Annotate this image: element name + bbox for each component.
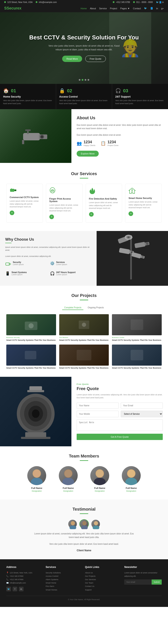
why-item-security: Security Lorem ipsum (5, 261, 47, 268)
service-cctv-title: Commercial CCTV System (10, 196, 39, 198)
cameras-cluster-svg (103, 231, 162, 286)
footer-service-link-5[interactable]: Fire Alarm (46, 584, 81, 588)
why-title: Why Choose Us (5, 237, 91, 242)
quote-email-input[interactable] (121, 402, 163, 408)
footer-newsletter-col: Newsletter Lorem ipsum dolor sit amet co… (124, 566, 162, 592)
quote-name-input[interactable] (77, 402, 119, 408)
footer-facebook-icon[interactable]: f (13, 587, 17, 591)
carousel-dot-3[interactable] (85, 79, 86, 81)
footer-quick-link-4[interactable]: Our Team (85, 581, 120, 584)
feature-title-1: Home Security (3, 95, 53, 98)
footer-quick-link-6[interactable]: Support (85, 588, 120, 592)
nav-pages[interactable]: Pages ▼ (120, 7, 130, 10)
access-control-icon: 🔒 (59, 88, 65, 94)
svg-rect-50 (25, 432, 46, 438)
testimonial-avatar-2[interactable] (79, 519, 89, 529)
footer-social-links: 🐦 f in (6, 587, 41, 591)
footer-newsletter-text: Lorem ipsum dolor sit amet consectetur a… (124, 571, 162, 578)
testimonial-avatar-3[interactable] (91, 519, 100, 529)
testimonial-avatar-1[interactable] (68, 519, 77, 529)
project-image-1 (6, 314, 56, 335)
carousel-dot-1[interactable] (79, 79, 81, 81)
service-fingerprint-btn[interactable]: + (49, 214, 54, 219)
carousel-dot-2[interactable] (82, 79, 83, 81)
footer-service-link-2[interactable]: Access Control (46, 574, 81, 578)
footer: Address 📍123 Street, New York, USA 📞+012… (0, 559, 168, 607)
service-cctv-btn[interactable]: + (10, 210, 14, 215)
footer-service-link-3[interactable]: Alarm Systems (46, 578, 81, 581)
svg-point-65 (70, 526, 76, 529)
footer-quick-link-3[interactable]: Our Services (85, 578, 120, 581)
svg-point-63 (127, 470, 135, 477)
team-title: Team Members (6, 454, 162, 458)
service-smart-home-btn[interactable]: + (129, 211, 133, 216)
newsletter-submit-button[interactable]: Submit (152, 580, 162, 584)
why-item-smart: 📱 Smart Systems Lorem ipsum (5, 271, 47, 276)
footer-services-col: Services Security Solutions Access Contr… (46, 566, 81, 592)
feature-home-security: 🏠 01 Home Security Vero olor justo clita… (0, 84, 56, 109)
project-image-5 (59, 344, 109, 366)
team-name-4: Full Name (118, 487, 145, 489)
svg-point-69 (93, 526, 99, 529)
nav-project[interactable]: Project (110, 7, 117, 10)
svg-rect-5 (25, 130, 31, 131)
feature-title-3: 24/7 Support (115, 95, 165, 98)
project-category-2: Our Mission (59, 336, 109, 338)
quote-message-textarea[interactable] (77, 419, 163, 431)
project-title-6: Smart CCTV Security Systems That Fits Yo… (112, 367, 162, 370)
footer-quick-link-1[interactable]: About Us (85, 571, 120, 574)
testimonial-section: Testimonial Lorem ipsum dolor sit amet, … (0, 500, 168, 559)
footer-linkedin-icon[interactable]: in (19, 587, 23, 591)
about-stats: 👥 1234 Happy Clients 📋 1234 Project Done (77, 140, 163, 146)
social-icons[interactable]: 🐦 📘 in (156, 1, 164, 3)
project-title-1: Smart CCTV Security Systems That Fits Yo… (6, 339, 56, 342)
footer-service-link-6[interactable]: Smart Homes (46, 588, 81, 592)
quote-camera-image (0, 377, 71, 446)
nav-linkedin-icon[interactable]: in (156, 7, 158, 10)
quote-text: Lorem ipsum dolor sit amet, consectetur … (77, 393, 163, 399)
team-name-2: Full Name (55, 487, 82, 489)
quote-submit-button[interactable]: Get A Free Quote (77, 434, 163, 440)
feature-text-3: Vero olor justo clita lorem ipsum dolor … (115, 99, 165, 105)
clients-label: Happy Clients (84, 144, 95, 146)
footer-service-link-4[interactable]: Smart Home (46, 581, 81, 584)
newsletter-input[interactable] (124, 580, 152, 584)
smart-home-service-icon (129, 187, 158, 195)
tab-complete[interactable]: Complete Projects (62, 306, 84, 310)
team-role-1: Designation (23, 490, 50, 492)
project-image-6 (112, 344, 162, 366)
footer-address-title: Address (6, 566, 41, 568)
feature-text-1: Vero olor justo clita lorem, ipsum dolor… (3, 99, 53, 105)
about-text1: Duo lorem ipsum amet clita dolore erat s… (77, 124, 163, 130)
explore-more-button[interactable]: Explore More (77, 151, 99, 156)
footer-address-line1: 📍123 Street, New York, USA (6, 571, 41, 574)
svg-point-13 (131, 190, 133, 191)
hero-read-more-button[interactable]: Read More (62, 56, 82, 62)
footer-twitter-icon[interactable]: 🐦 (6, 587, 11, 591)
why-services-icon: ⚙️ (50, 261, 55, 266)
fire-service-icon (89, 187, 119, 196)
nav-home[interactable]: Home (81, 7, 87, 10)
nav-plus-icon[interactable]: g+ (161, 7, 164, 10)
service-fire-btn[interactable]: + (89, 212, 94, 217)
carousel-dot-4[interactable] (87, 79, 89, 81)
testimonial-text: Lorem ipsum dolor sit amet, consectetur … (31, 532, 137, 539)
quote-mobile-input[interactable] (77, 411, 119, 417)
nav-about[interactable]: About (90, 7, 96, 10)
feature-access-control: 🔒 02 Access Control Vero olor justo clit… (56, 84, 112, 109)
nav-contact[interactable]: Contact (133, 7, 141, 10)
why-support-icon: 🎧 (50, 271, 55, 276)
footer-quick-link-2[interactable]: Our Projects (85, 574, 120, 578)
team-name-3: Full Name (86, 487, 113, 489)
footer-service-link-1[interactable]: Security Solutions (46, 571, 81, 574)
hero-free-quote-button[interactable]: Free Quote (85, 56, 106, 62)
quote-service-select[interactable]: Select of Service CCTV Installation Acce… (121, 411, 163, 417)
tab-ongoing[interactable]: Ongoing Projects (85, 306, 106, 310)
footer-quick-link-5[interactable]: Contact Us (85, 584, 120, 588)
testimonial-title: Testimonial (6, 507, 162, 512)
svg-rect-44 (27, 390, 44, 392)
nav-twitter-icon[interactable]: 🐦 (144, 7, 147, 10)
nav-facebook-icon[interactable]: 📘 (150, 7, 153, 10)
nav-service[interactable]: Service (99, 7, 107, 10)
quote-section: Free Quote Free Quote Lorem ipsum dolor … (0, 377, 168, 446)
